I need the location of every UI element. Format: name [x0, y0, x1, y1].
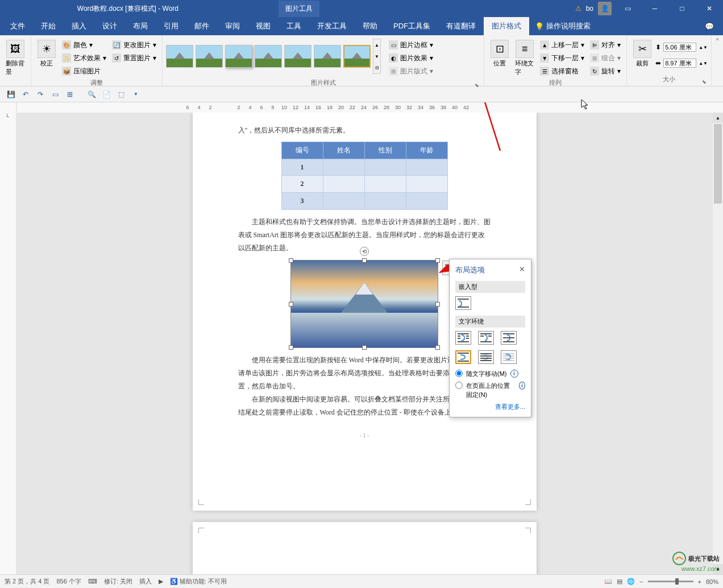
qat-undo-button[interactable]: ↶: [19, 88, 32, 101]
menu-review[interactable]: 审阅: [217, 17, 248, 35]
menu-picture-format[interactable]: 图片格式: [484, 17, 529, 35]
style-thumb-2[interactable]: [196, 45, 223, 68]
status-page[interactable]: 第 2 页，共 4 页: [5, 577, 49, 586]
crop-button[interactable]: ✂ 裁剪: [630, 39, 654, 69]
comments-button[interactable]: 💬: [698, 18, 721, 34]
selected-image[interactable]: ⟲: [290, 260, 438, 348]
qat-btn-6[interactable]: 🔍: [85, 88, 98, 101]
menu-design[interactable]: 设计: [94, 17, 125, 35]
style-thumb-6[interactable]: [314, 45, 341, 68]
selection-pane-button[interactable]: ☰选择窗格: [538, 65, 587, 77]
layout-through-icon[interactable]: [501, 331, 517, 345]
change-picture-button[interactable]: 🔄更改图片 ▾: [110, 39, 159, 51]
resize-handle-mr[interactable]: [435, 302, 440, 307]
tell-me-search[interactable]: 💡 操作说明搜索: [529, 21, 596, 31]
resize-handle-ml[interactable]: [289, 302, 293, 307]
artistic-effects-button[interactable]: ✨艺术效果 ▾: [60, 52, 109, 64]
table-cell[interactable]: 3: [281, 193, 323, 210]
style-thumb-7[interactable]: [343, 45, 371, 68]
qat-btn-8[interactable]: ⬚: [115, 88, 127, 101]
menu-file[interactable]: 文件: [2, 17, 33, 35]
style-thumb-4[interactable]: [255, 45, 282, 68]
table-cell[interactable]: 2: [281, 176, 323, 193]
fix-position-radio[interactable]: [455, 382, 463, 389]
status-word-count[interactable]: 856 个字: [56, 577, 81, 586]
wrap-text-button[interactable]: ≡ 环绕文字: [513, 39, 537, 77]
style-thumb-5[interactable]: [284, 45, 311, 68]
layout-infront-icon[interactable]: [501, 350, 517, 364]
table-header[interactable]: 性别: [364, 142, 406, 159]
rotate-button[interactable]: ↻旋转 ▾: [588, 65, 623, 77]
style-thumb-1[interactable]: [166, 45, 193, 68]
layout-behind-icon[interactable]: [478, 350, 494, 364]
doc-paragraph[interactable]: 入"，然后从不同库中选择所需元素。: [238, 124, 491, 137]
menu-pdf-tools[interactable]: PDF工具集: [385, 17, 438, 35]
minimize-button[interactable]: ─: [643, 1, 666, 16]
menu-mailings[interactable]: 邮件: [186, 17, 217, 35]
table-header[interactable]: 编号: [281, 142, 323, 159]
maximize-button[interactable]: □: [671, 1, 693, 16]
see-more-link[interactable]: 查看更多...: [455, 403, 525, 411]
menu-youdao[interactable]: 有道翻译: [438, 17, 484, 35]
table-header[interactable]: 年龄: [406, 142, 447, 159]
resize-handle-br[interactable]: [435, 345, 440, 350]
menu-insert[interactable]: 插入: [64, 17, 94, 35]
picture-styles-gallery[interactable]: ▲▼⊟: [166, 39, 381, 74]
popup-close-icon[interactable]: ✕: [519, 265, 525, 275]
qat-btn-4[interactable]: ▭: [49, 88, 61, 101]
group-button[interactable]: ⊞组合 ▾: [588, 52, 623, 64]
scrollbar-thumb[interactable]: [714, 124, 722, 204]
status-lang-icon[interactable]: ⌨: [88, 578, 97, 585]
resize-handle-bm[interactable]: [362, 345, 367, 350]
picture-border-button[interactable]: ▭图片边框 ▾: [387, 39, 435, 51]
view-read-mode[interactable]: 📖: [604, 578, 612, 585]
corrections-button[interactable]: ☀ 校正: [35, 39, 59, 69]
qat-customize-button[interactable]: ▼: [130, 88, 142, 101]
position-button[interactable]: ⊡ 位置: [488, 39, 512, 69]
layout-topbottom-icon[interactable]: [455, 350, 471, 364]
document-page-2[interactable]: [193, 522, 537, 574]
zoom-slider[interactable]: [648, 581, 693, 582]
doc-table[interactable]: 编号 姓名 性别 年龄 1 2 3: [281, 142, 448, 210]
view-web-layout[interactable]: 🌐: [627, 578, 635, 585]
qat-redo-button[interactable]: ↷: [34, 88, 47, 101]
rotate-handle[interactable]: ⟲: [360, 247, 369, 256]
collapse-ribbon-icon[interactable]: ^: [716, 38, 719, 44]
layout-inline-icon[interactable]: [455, 296, 471, 310]
resize-handle-tr[interactable]: [435, 258, 440, 263]
ribbon-display-icon[interactable]: ▭: [616, 1, 639, 16]
menu-tools[interactable]: 工具: [279, 17, 309, 35]
info-icon[interactable]: i: [519, 382, 525, 390]
compress-pictures-button[interactable]: 📦压缩图片: [60, 65, 109, 77]
move-with-text-radio[interactable]: [455, 370, 463, 377]
layout-tight-icon[interactable]: [478, 331, 494, 345]
zoom-out-button[interactable]: −: [639, 578, 643, 585]
status-macro-icon[interactable]: ▶: [159, 578, 163, 585]
qat-save-button[interactable]: 💾: [5, 88, 17, 101]
style-thumb-3[interactable]: [225, 45, 252, 68]
status-insert-mode[interactable]: 插入: [139, 577, 152, 586]
bring-forward-button[interactable]: ▲上移一层 ▾: [538, 39, 587, 51]
resize-handle-tm[interactable]: [362, 258, 367, 263]
menu-layout[interactable]: 布局: [125, 17, 156, 35]
picture-layout-button[interactable]: ⊞图片版式 ▾: [387, 65, 435, 77]
remove-background-button[interactable]: 🖼 删除背景: [3, 39, 27, 77]
menu-view[interactable]: 视图: [248, 17, 279, 35]
menu-developer[interactable]: 开发工具: [309, 17, 355, 35]
table-cell[interactable]: 1: [281, 159, 323, 176]
close-button[interactable]: ✕: [698, 1, 721, 16]
status-accessibility[interactable]: ♿ 辅助功能: 不可用: [170, 577, 227, 586]
status-track-changes[interactable]: 修订: 关闭: [104, 577, 132, 586]
qat-btn-7[interactable]: 📄: [100, 88, 113, 101]
menu-help[interactable]: 帮助: [355, 17, 385, 35]
qat-btn-5[interactable]: ⊞: [64, 88, 76, 101]
width-input[interactable]: [663, 59, 696, 68]
zoom-in-button[interactable]: +: [698, 578, 701, 585]
scroll-up-button[interactable]: ▲: [713, 113, 723, 123]
user-avatar[interactable]: 👤: [598, 2, 612, 15]
resize-handle-tl[interactable]: [289, 258, 293, 263]
zoom-level[interactable]: 80%: [706, 578, 718, 585]
align-button[interactable]: ⊫对齐 ▾: [588, 39, 623, 51]
menu-references[interactable]: 引用: [156, 17, 186, 35]
info-icon[interactable]: i: [510, 370, 518, 378]
